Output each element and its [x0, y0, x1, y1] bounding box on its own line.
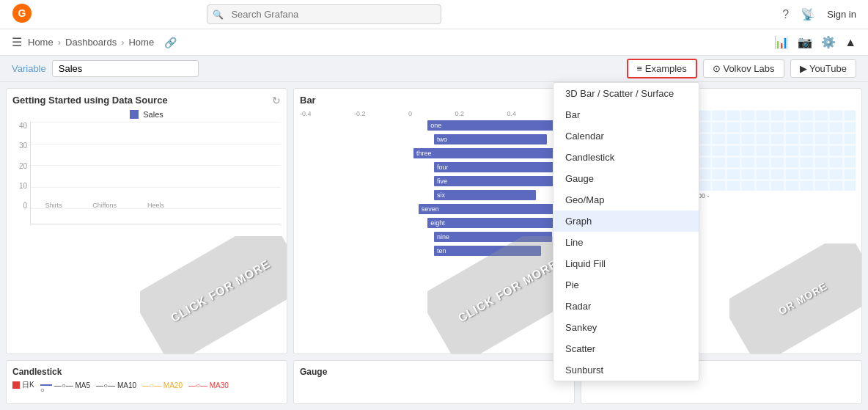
y-label-40: 40: [12, 122, 27, 130]
hbar-ten: ten: [300, 246, 568, 256]
candle-daily-icon: [12, 381, 20, 389]
hbar-nine-fill: nine: [434, 232, 552, 242]
youtube-button[interactable]: ▶ YouTube: [790, 59, 856, 78]
bar-label-heels: Heels: [147, 202, 164, 209]
hbar-six: six: [300, 190, 568, 200]
axis-label-0: 0: [408, 110, 412, 117]
hbar-four-fill: four: [434, 162, 560, 172]
legend-label-sales: Sales: [143, 110, 163, 119]
grafana-logo: G: [12, 3, 32, 26]
panel-candlestick: Candlestick 日K ○ —○— MA5 —○— MA10 —○— MA…: [6, 360, 287, 404]
candle-daily-label: 日K: [22, 380, 34, 390]
panel-hbar-title: Bar: [300, 95, 568, 106]
hbar-two-fill: two: [434, 134, 547, 144]
dropdown-item-line[interactable]: Line: [553, 232, 699, 253]
breadcrumb-right-actions: 📊 📷 ⚙️ ▲: [774, 35, 856, 49]
volkov-labs-button[interactable]: ⊙ Volkov Labs: [703, 59, 784, 78]
hbar-eight-fill: eight: [427, 218, 568, 228]
bar-group-extra2: [235, 208, 281, 209]
variable-bar: Variable ≡ Examples ⊙ Volkov Labs ▶ YouT…: [0, 56, 868, 82]
search-icon: 🔍: [213, 10, 224, 20]
breadcrumb-dashboards[interactable]: Dashboards: [65, 37, 117, 48]
dropdown-item-geomap[interactable]: Geo/Map: [553, 189, 699, 211]
examples-button[interactable]: ≡ Examples: [627, 59, 697, 78]
sign-in-button[interactable]: Sign in: [827, 9, 856, 20]
legend-color-sales: [130, 110, 139, 119]
dropdown-item-3d-bar[interactable]: 3D Bar / Scatter / Surface: [553, 83, 699, 104]
dropdown-item-scatter[interactable]: Scatter: [553, 338, 699, 359]
breadcrumb-sep-1: ›: [58, 37, 61, 48]
help-icon[interactable]: ?: [782, 8, 789, 21]
hbar-three-fill: three: [413, 148, 568, 158]
hbar-seven: seven: [300, 204, 568, 214]
dropdown-item-sunburst[interactable]: Sunburst: [553, 359, 699, 381]
bar-group-chiffons: Chiffons: [82, 200, 128, 209]
candle-item-daily: 日K: [12, 380, 34, 390]
panel-gauge: Gauge: [293, 360, 575, 404]
candle-legend: 日K ○ —○— MA5 —○— MA10 —○— MA20 —○— MA30: [12, 380, 281, 390]
candle-ma5-icon: ○: [40, 384, 52, 386]
dropdown-item-candlestick[interactable]: Candlestick: [553, 147, 699, 168]
search-input[interactable]: [207, 4, 441, 24]
bar-chart: 40 30 20 10 0 Shirts: [12, 122, 281, 224]
notifications-icon[interactable]: 📡: [801, 7, 815, 21]
collapse-icon[interactable]: ▲: [845, 36, 856, 49]
hamburger-menu[interactable]: ☰: [12, 35, 22, 49]
breadcrumb-home[interactable]: Home: [28, 37, 54, 48]
refresh-icon[interactable]: ↻: [272, 95, 281, 106]
svg-text:G: G: [18, 7, 26, 19]
variable-label: Variable: [12, 63, 46, 74]
variable-input[interactable]: [52, 60, 199, 77]
panel-candlestick-title: Candlestick: [12, 367, 281, 377]
panel-hbar: Bar -0.4 -0.2 0 0.2 0.4 0.6 one two thre…: [293, 88, 575, 354]
breadcrumb: Home › Dashboards › Home 🔗: [28, 37, 177, 48]
dashboard-icon[interactable]: 📊: [774, 35, 789, 49]
hbar-axis: -0.4 -0.2 0 0.2 0.4 0.6: [300, 110, 568, 117]
axis-label-neg02: -0.2: [354, 110, 366, 117]
chart-legend: Sales: [12, 110, 281, 119]
dropdown-item-radar[interactable]: Radar: [553, 296, 699, 317]
watermark-2: CLICK FOR MORE: [456, 257, 560, 325]
dropdown-item-pie[interactable]: Pie: [553, 274, 699, 296]
search-container: 🔍: [207, 4, 441, 24]
share-icon[interactable]: 🔗: [164, 37, 177, 48]
bar-group-heels: Heels: [133, 200, 179, 209]
hbar-seven-fill: seven: [419, 204, 568, 214]
breadcrumb-sep-2: ›: [121, 37, 124, 48]
bar-label-chiffons: Chiffons: [92, 202, 117, 209]
hbars-container: one two three four five six: [300, 120, 568, 256]
dropdown-item-graph[interactable]: Graph: [553, 211, 699, 232]
bar-label-shirts: Shirts: [45, 202, 62, 209]
hbar-one: one: [300, 120, 568, 131]
dropdown-item-sankey[interactable]: Sankey: [553, 317, 699, 338]
hbar-five-fill: five: [434, 176, 565, 186]
hbar-five: five: [300, 176, 568, 186]
axis-label-04: 0.4: [507, 110, 516, 117]
hbar-six-fill: six: [434, 190, 536, 200]
snapshot-icon[interactable]: 📷: [798, 35, 812, 49]
candle-item-ma30: —○— MA30: [188, 381, 229, 389]
candle-ma10-label: —○— MA10: [96, 381, 136, 389]
candle-item-ma5: ○ —○— MA5: [40, 381, 90, 389]
bar-group-extra1: [184, 208, 229, 209]
examples-dropdown: 3D Bar / Scatter / Surface Bar Calendar …: [553, 82, 699, 381]
panel-bar-chart-title: Getting Started using Data Source: [12, 95, 281, 106]
y-label-20: 20: [12, 162, 27, 170]
dropdown-item-liquid-fill[interactable]: Liquid Fill: [553, 253, 699, 274]
panel-gauge-title: Gauge: [300, 367, 568, 377]
hbar-two: two: [300, 134, 568, 144]
dropdown-item-gauge[interactable]: Gauge: [553, 168, 699, 189]
watermark-1: CLICK FOR MORE: [169, 257, 273, 325]
panel-bar-chart: Getting Started using Data Source Sales …: [6, 88, 287, 354]
y-axis: 40 30 20 10 0: [12, 122, 30, 224]
axis-label-neg04: -0.4: [300, 110, 312, 117]
candle-item-ma10: —○— MA10: [96, 381, 136, 389]
y-label-10: 10: [12, 182, 27, 190]
settings-icon[interactable]: ⚙️: [821, 35, 836, 49]
dropdown-item-calendar[interactable]: Calendar: [553, 125, 699, 147]
candle-item-ma20: —○— MA20: [142, 381, 183, 389]
breadcrumb-current: Home: [128, 37, 154, 48]
candle-ma5-label: —○— MA5: [54, 381, 90, 389]
hbar-four: four: [300, 162, 568, 172]
dropdown-item-bar[interactable]: Bar: [553, 104, 699, 125]
